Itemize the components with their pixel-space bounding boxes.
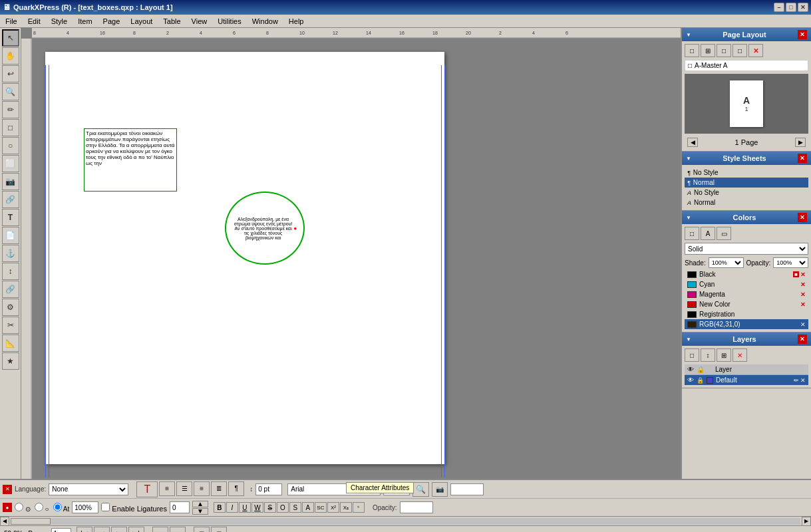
prev-page-btn-status[interactable]: ◀ — [94, 527, 110, 533]
auto-radio[interactable] — [35, 503, 43, 511]
magnifier-btn[interactable]: 🔍 — [412, 482, 429, 497]
tool-anchor[interactable]: ⚓ — [2, 245, 19, 262]
color-magenta[interactable]: Magenta ✕ — [685, 289, 808, 299]
style-item-para-normal[interactable]: ¶ Normal — [685, 178, 808, 188]
tool-T[interactable]: T — [2, 209, 19, 226]
rgb-delete[interactable]: ✕ — [800, 321, 806, 328]
layer-default[interactable]: 👁 🔒 Default ✏ ✕ — [685, 375, 808, 385]
scroll-left-btn[interactable]: ◀ — [0, 517, 9, 526]
duplicate-layer-btn[interactable]: ⊞ — [717, 348, 731, 362]
tool-pen[interactable]: ✏ — [2, 101, 19, 118]
paragraph-btn[interactable]: ¶ — [228, 481, 244, 496]
layer-x[interactable]: ✕ — [800, 377, 806, 384]
menu-item-utilities[interactable]: Utilities — [212, 16, 246, 27]
text-align-btn[interactable]: T — [136, 481, 158, 497]
circle-text-box[interactable]: Αλεξανδρούπολη, με ένα στρώμα ύψους ενός… — [225, 192, 305, 265]
stepper-down[interactable]: ▼ — [192, 508, 208, 515]
page-layout-close[interactable]: ✕ — [798, 30, 807, 39]
tool-text[interactable]: ⬜ — [2, 155, 19, 172]
superior-btn[interactable]: ˢ — [353, 502, 365, 513]
minimize-button[interactable]: – — [774, 3, 784, 12]
maximize-button[interactable]: □ — [786, 3, 796, 12]
hscrollbar[interactable]: ◀ ▶ — [0, 516, 811, 525]
scroll-thumb[interactable] — [11, 518, 51, 525]
duplicate-master-btn[interactable]: ⊞ — [701, 44, 715, 57]
style-item-para-nostyle[interactable]: ¶ No Style — [685, 168, 808, 178]
tool-doc[interactable]: 📄 — [2, 227, 19, 244]
layer-eye[interactable]: 👁 — [687, 376, 694, 384]
shadow-btn[interactable]: S — [289, 502, 301, 513]
scroll-right-btn[interactable]: ▶ — [802, 517, 811, 526]
tool-link[interactable]: 🔗 — [2, 191, 19, 208]
style-sheets-header[interactable]: ▼ Style Sheets ✕ — [682, 152, 811, 165]
menu-item-layout[interactable]: Layout — [125, 16, 158, 27]
cyan-delete[interactable]: ✕ — [800, 281, 806, 288]
style-sheets-close[interactable]: ✕ — [798, 154, 807, 163]
stepper-up[interactable]: ▲ — [192, 501, 208, 507]
strikethrough-btn[interactable]: S — [264, 502, 276, 513]
style-item-char-normal[interactable]: A Normal — [685, 198, 808, 207]
text-box-1[interactable]: Τρια εκατομμύρια τόνοι οικιακών απορριμμ… — [84, 128, 177, 192]
menu-item-view[interactable]: View — [186, 16, 213, 27]
italic-btn[interactable]: I — [226, 502, 238, 513]
new-layer-btn[interactable]: □ — [685, 348, 699, 362]
prev-page-btn[interactable]: ◀ — [687, 138, 698, 147]
language-select[interactable]: None — [49, 483, 128, 495]
at-radio[interactable] — [53, 503, 62, 511]
first-page-btn[interactable]: |◀ — [77, 527, 92, 533]
color-new[interactable]: New Color ✕ — [685, 299, 808, 309]
layer-lock[interactable]: 🔒 — [697, 377, 704, 384]
delete-layer-btn[interactable]: ✕ — [732, 348, 747, 362]
tool-hand[interactable]: ✋ — [2, 47, 19, 65]
tool-scissors[interactable]: ✂ — [2, 317, 19, 334]
stroke-btn[interactable]: A — [701, 227, 715, 240]
scroll-track[interactable] — [11, 518, 800, 525]
tool-rect[interactable]: □ — [2, 119, 19, 136]
ligatures-checkbox[interactable] — [101, 503, 110, 511]
tool-link2[interactable]: 🔗 — [2, 281, 19, 298]
move-page-btn[interactable]: □ — [732, 44, 747, 57]
fixed-radio[interactable] — [15, 503, 23, 511]
tool-measure[interactable]: 📐 — [2, 334, 19, 352]
tool-star[interactable]: ★ — [2, 352, 19, 370]
menu-item-table[interactable]: Table — [158, 16, 186, 27]
next-page-btn-status[interactable]: ▶ — [111, 527, 127, 533]
color-black[interactable]: Black ■ ✕ — [685, 269, 808, 279]
page-thumb[interactable]: A 1 — [730, 80, 763, 127]
tool-oval[interactable]: ○ — [2, 137, 19, 154]
tool-gear[interactable]: ⚙ — [2, 299, 19, 316]
auto-radio-label[interactable]: ○ — [35, 503, 49, 513]
word-underline-btn[interactable]: W — [251, 502, 263, 513]
layers-close[interactable]: ✕ — [798, 334, 807, 344]
opacity-input[interactable]: 100% — [400, 501, 433, 513]
page-num-input[interactable] — [51, 528, 71, 533]
style-item-char-nostyle[interactable]: A No Style — [685, 188, 808, 198]
smallcaps-btn[interactable]: SC — [315, 502, 327, 513]
superscript-btn[interactable]: X² — [327, 502, 339, 513]
move-to-layer-btn[interactable]: ↕ — [701, 348, 715, 362]
redo-btn[interactable]: ↪ — [170, 527, 186, 533]
align-justify-btn[interactable]: ≣ — [211, 481, 227, 496]
menu-item-style[interactable]: Style — [46, 16, 73, 27]
camera-btn[interactable]: 📷 — [432, 482, 448, 497]
kerning-input[interactable] — [255, 483, 282, 495]
new-page-btn[interactable]: □ — [717, 44, 731, 57]
menu-item-item[interactable]: Item — [73, 16, 97, 27]
master-item[interactable]: □ A-Master A — [685, 60, 808, 71]
color-registration[interactable]: Registration — [685, 309, 808, 319]
layers-header[interactable]: ▼ Layers ✕ — [682, 332, 811, 346]
undo-btn[interactable]: ↩ — [152, 527, 168, 533]
offset-input[interactable] — [170, 501, 190, 513]
align-left-btn[interactable]: ≡ — [159, 481, 175, 496]
fill-type-dropdown[interactable]: Solid — [685, 243, 808, 255]
last-page-btn[interactable]: ▶| — [128, 527, 144, 533]
fixed-radio-label[interactable]: ⊙ — [15, 503, 31, 513]
close-button[interactable]: ✕ — [798, 3, 808, 12]
colors-header[interactable]: ▼ Colors ✕ — [682, 211, 811, 224]
menu-item-window[interactable]: Window — [247, 16, 283, 27]
color-rgb[interactable]: RGB(42,31,0) ✕ — [685, 319, 808, 329]
tool-rotate[interactable]: ↩ — [2, 65, 19, 82]
underline-btn[interactable]: U — [239, 502, 251, 513]
fit-btn[interactable]: ⊡ — [194, 527, 210, 533]
align-right-btn[interactable]: ≡ — [194, 481, 210, 496]
